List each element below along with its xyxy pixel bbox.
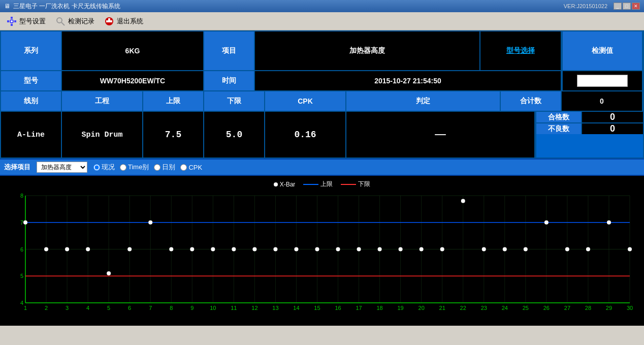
chart-area: X-Bar 上限 下限	[0, 176, 644, 326]
item-value: 加热器高度	[255, 32, 480, 70]
app-icon: 🖥	[4, 3, 10, 10]
fail-label: 不良数	[536, 123, 582, 134]
radio-current-input[interactable]	[93, 164, 100, 171]
close-button[interactable]: ✕	[632, 3, 640, 10]
main-chart-canvas	[4, 191, 640, 318]
exit-label: 退出系统	[117, 17, 143, 26]
upper-header: 上限	[143, 91, 204, 111]
series-value: 6KG	[62, 32, 204, 70]
lower-line-sample	[341, 184, 356, 185]
lower-limit-label: 下限	[358, 180, 370, 189]
radio-daily-input[interactable]	[154, 164, 160, 171]
radio-time[interactable]: Time别	[120, 163, 149, 172]
project-select[interactable]: 加热器高度	[37, 162, 87, 173]
radio-daily[interactable]: 日别	[154, 163, 175, 172]
judge-value: ——	[346, 112, 535, 158]
pass-stat-row: 合格数 0	[536, 112, 643, 123]
svg-line-7	[61, 22, 65, 25]
judge-header: 判定	[346, 91, 501, 111]
detect-value-input[interactable]	[577, 75, 628, 87]
legend-lower: 下限	[341, 180, 370, 189]
legend-upper: 上限	[303, 180, 333, 189]
model-setup-button[interactable]: 型号设置	[2, 15, 50, 28]
svg-rect-10	[106, 20, 112, 22]
detect-value-header: 检测值	[562, 32, 643, 70]
maximize-button[interactable]: □	[623, 3, 631, 10]
model-select-cell: 型号选择	[480, 32, 562, 70]
time-header: 时间	[204, 71, 255, 90]
radio-time-label: Time别	[128, 163, 149, 172]
lower-header: 下限	[204, 91, 265, 111]
toolbar: 型号设置 检测记录 退出系统	[0, 12, 644, 30]
cpk-header: CPK	[265, 91, 346, 111]
line-value: A-Line	[1, 112, 62, 158]
total-header: 合计数	[501, 91, 562, 111]
minimize-button[interactable]: _	[614, 3, 622, 10]
pass-value: 0	[582, 112, 643, 122]
version-label: VER:J201501022	[564, 3, 607, 9]
detect-record-button[interactable]: 检测记录	[51, 15, 99, 28]
search-icon	[55, 16, 66, 27]
model-header: 型号	[1, 71, 62, 90]
upper-value: 7.5	[143, 112, 204, 158]
project-header: 工程	[62, 91, 143, 111]
grid-row-1: 系列 6KG 项目 加热器高度 型号选择 检测值	[1, 32, 643, 71]
controls-bar: 选择项目 加热器高度 现况 Time别 日别 CPK	[0, 159, 644, 176]
window-controls[interactable]: _ □ ✕	[614, 3, 640, 10]
gear-icon	[6, 16, 17, 27]
view-mode-radio-group: 现况 Time别 日别 CPK	[93, 163, 202, 172]
title-bar-left: 🖥 三星电子 一厂洗衣机 卡尺无线传输系统	[4, 2, 120, 11]
radio-cpk-input[interactable]	[180, 164, 187, 171]
radio-current[interactable]: 现况	[93, 163, 115, 172]
radio-cpk-label: CPK	[188, 164, 202, 171]
radio-cpk[interactable]: CPK	[180, 164, 202, 171]
svg-point-5	[11, 20, 13, 22]
chart-legend: X-Bar 上限 下限	[4, 180, 640, 189]
svg-rect-2	[7, 20, 9, 22]
radio-daily-label: 日别	[162, 163, 175, 172]
xbar-dot	[274, 182, 278, 186]
xbar-label: X-Bar	[280, 181, 296, 188]
radio-time-input[interactable]	[120, 164, 126, 171]
title-bar: 🖥 三星电子 一厂洗衣机 卡尺无线传输系统 VER:J201501022 _ □…	[0, 0, 644, 12]
grid-row-3: 线别 工程 上限 下限 CPK 判定 合计数 0	[1, 91, 643, 112]
data-grid: 系列 6KG 项目 加热器高度 型号选择 检测值 型号 WW70H5200EW/…	[0, 30, 644, 159]
svg-rect-0	[11, 17, 13, 19]
fail-stat-row: 不良数 0	[536, 123, 643, 134]
series-header: 系列	[1, 32, 62, 70]
cpk-value: 0.16	[265, 112, 346, 158]
model-value: WW70H5200EW/TC	[62, 71, 204, 90]
project-value: Spin Drum	[62, 112, 143, 158]
window-title: 三星电子 一厂洗衣机 卡尺无线传输系统	[13, 2, 120, 11]
lower-value: 5.0	[204, 112, 265, 158]
radio-current-label: 现况	[102, 163, 115, 172]
svg-rect-3	[14, 20, 16, 22]
item-header: 项目	[204, 32, 255, 70]
exit-button[interactable]: 退出系统	[100, 15, 147, 28]
svg-rect-1	[11, 24, 13, 26]
pass-label: 合格数	[536, 112, 582, 122]
grid-row-2: 型号 WW70H5200EW/TC 时间 2015-10-27 21:54:50	[1, 71, 643, 91]
upper-line-sample	[303, 184, 318, 185]
model-select-button[interactable]: 型号选择	[506, 46, 535, 55]
upper-limit-label: 上限	[320, 180, 333, 189]
exit-icon	[104, 16, 115, 27]
total-value: 0	[562, 91, 643, 111]
side-stats: 合格数 0 不良数 0	[535, 112, 643, 158]
svg-point-6	[57, 18, 62, 23]
line-header: 线别	[1, 91, 62, 111]
fail-value: 0	[582, 123, 643, 134]
chart-canvas-container	[4, 191, 640, 318]
time-value: 2015-10-27 21:54:50	[255, 71, 562, 90]
grid-row-4: A-Line Spin Drum 7.5 5.0 0.16 —— 合格数 0 不…	[1, 112, 643, 158]
detect-value-input-cell	[562, 71, 643, 90]
legend-xbar: X-Bar	[274, 181, 296, 188]
detect-record-label: 检测记录	[68, 17, 94, 26]
select-project-label: 选择项目	[4, 163, 30, 172]
model-setup-label: 型号设置	[19, 17, 46, 26]
